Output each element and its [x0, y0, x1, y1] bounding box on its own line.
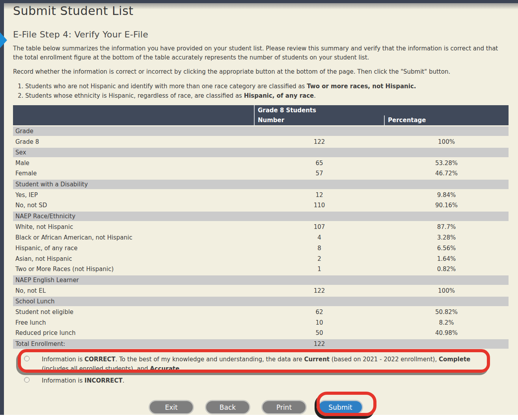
table-section-row: Grade [13, 126, 509, 136]
row-number: 2 [254, 253, 384, 264]
row-label: Black or African American, not Hispanic [13, 232, 254, 243]
row-percentage: 90.16% [384, 200, 509, 211]
row-number: 4 [254, 232, 384, 243]
section-label: Student with a Disability [13, 179, 509, 190]
row-percentage: 1.64% [384, 253, 509, 264]
section-label: NAEP English Learner [13, 275, 509, 285]
total-number: 122 [254, 338, 384, 349]
table-data-row: Free lunch108.2% [13, 317, 509, 328]
total-percentage [384, 338, 509, 349]
table-data-row: Black or African American, not Hispanic4… [13, 232, 509, 243]
row-percentage: 87.7% [384, 221, 509, 232]
table-header: Grade 8 Students Number Percentage [13, 105, 509, 126]
left-border-bar [0, 0, 4, 415]
notes-list: 1. Students who are not Hispanic and ide… [13, 82, 509, 100]
row-label: Two or More Races (not Hispanic) [13, 264, 254, 275]
section-label: School Lunch [13, 296, 509, 307]
table-data-row: Two or More Races (not Hispanic)10.82% [13, 264, 509, 275]
row-label: No, not EL [13, 285, 254, 296]
row-label: No, not SD [13, 200, 254, 211]
row-number: 1 [254, 264, 384, 275]
verification-options: Information is CORRECT. To the best of m… [13, 355, 509, 385]
row-percentage: 50.82% [384, 307, 509, 317]
step-heading: E-File Step 4: Verify Your E-File [13, 30, 509, 39]
table-header-percentage: Percentage [384, 115, 509, 126]
table-data-row: Hispanic, of any race86.56% [13, 243, 509, 253]
note-item-1: 1. Students who are not Hispanic and ide… [18, 82, 509, 91]
radio-incorrect[interactable] [24, 377, 30, 383]
row-label: Female [13, 168, 254, 179]
table-data-row: Reduced price lunch5040.98% [13, 328, 509, 338]
row-label: Asian, not Hispanic [13, 253, 254, 264]
row-number: 62 [254, 307, 384, 317]
table-body: GradeGrade 8122100%SexMale6553.28%Female… [13, 126, 509, 349]
table-section-row: NAEP English Learner [13, 275, 509, 285]
option-incorrect-row: Information is INCORRECT. [13, 376, 509, 385]
table-section-row: NAEP Race/Ethnicity [13, 211, 509, 221]
efile-verify-page: Submit Student List E-File Step 4: Verif… [0, 0, 518, 420]
table-section-row: School Lunch [13, 296, 509, 307]
row-label: Male [13, 158, 254, 168]
intro-paragraph-2: Record whether the information is correc… [13, 67, 509, 76]
table-data-row: Female5746.72% [13, 168, 509, 179]
footer-button-bar: Exit Back Print Submit [149, 400, 363, 414]
row-number: 122 [254, 136, 384, 147]
table-data-row: Yes, IEP129.84% [13, 190, 509, 200]
row-percentage: 3.28% [384, 232, 509, 243]
table-data-row: No, not EL122100% [13, 285, 509, 296]
table-section-row: Student with a Disability [13, 179, 509, 190]
intro-text: The table below summarizes the informati… [13, 44, 509, 76]
page-title: Submit Student List [13, 4, 509, 18]
intro-paragraph-1: The table below summarizes the informati… [13, 44, 509, 62]
top-border-bar [0, 0, 518, 3]
row-percentage: 9.84% [384, 190, 509, 200]
row-number: 57 [254, 168, 384, 179]
row-label: Grade 8 [13, 136, 254, 147]
print-button[interactable]: Print [261, 400, 307, 414]
row-percentage: 40.98% [384, 328, 509, 338]
table-header-corner [13, 105, 254, 126]
section-label: Grade [13, 126, 509, 136]
row-label: White, not Hispanic [13, 221, 254, 232]
row-label: Yes, IEP [13, 190, 254, 200]
row-number: 12 [254, 190, 384, 200]
option-incorrect-label[interactable]: Information is INCORRECT. [42, 376, 125, 385]
table-data-row: Male6553.28% [13, 158, 509, 168]
student-summary-table: Grade 8 Students Number Percentage Grade… [13, 105, 509, 350]
total-label: Total Enrollment: [13, 338, 254, 349]
exit-button[interactable]: Exit [149, 400, 194, 414]
table-header-group: Grade 8 Students [254, 105, 509, 115]
table-header-number: Number [254, 115, 384, 126]
row-number: 65 [254, 158, 384, 168]
row-percentage: 100% [384, 285, 509, 296]
radio-correct[interactable] [24, 356, 30, 361]
back-button[interactable]: Back [205, 400, 250, 414]
row-percentage: 100% [384, 136, 509, 147]
row-percentage: 6.56% [384, 243, 509, 253]
row-percentage: 46.72% [384, 168, 509, 179]
row-label: Student not eligible [13, 307, 254, 317]
row-percentage: 53.28% [384, 158, 509, 168]
option-correct-label[interactable]: Information is CORRECT. To the best of m… [42, 355, 483, 374]
table-section-row: Sex [13, 147, 509, 158]
table-data-row: Student not eligible6250.82% [13, 307, 509, 317]
table-data-row: White, not Hispanic10787.7% [13, 221, 509, 232]
row-number: 122 [254, 285, 384, 296]
row-label: Free lunch [13, 317, 254, 328]
row-number: 10 [254, 317, 384, 328]
row-label: Hispanic, of any race [13, 243, 254, 253]
submit-button[interactable]: Submit [318, 400, 363, 414]
section-label: Sex [13, 147, 509, 158]
row-label: Reduced price lunch [13, 328, 254, 338]
row-number: 8 [254, 243, 384, 253]
table-data-row: Asian, not Hispanic21.64% [13, 253, 509, 264]
table-data-row: Grade 8122100% [13, 136, 509, 147]
table-total-row: Total Enrollment:122 [13, 338, 509, 349]
row-percentage: 8.2% [384, 317, 509, 328]
table-data-row: No, not SD11090.16% [13, 200, 509, 211]
row-number: 110 [254, 200, 384, 211]
row-number: 107 [254, 221, 384, 232]
step-arrow-icon [0, 32, 7, 48]
main-content: Submit Student List E-File Step 4: Verif… [13, 4, 509, 385]
note-item-2: 2. Students whose ethnicity is Hispanic,… [18, 91, 509, 100]
